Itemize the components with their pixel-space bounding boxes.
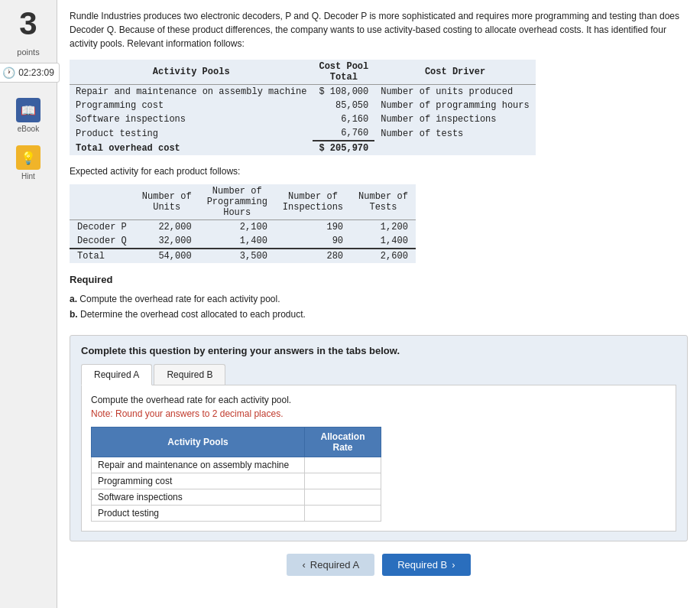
required-items: a. Compute the overhead rate for each ac… xyxy=(70,291,688,323)
col-allocation-rate-header: AllocationRate xyxy=(305,427,381,457)
activity-driver: Number of units produced xyxy=(374,85,535,99)
activity-label: Software inspections xyxy=(70,112,313,126)
table-row: Decoder P 22,000 2,100 190 1,200 xyxy=(70,220,416,235)
table-row: Programming cost xyxy=(92,473,381,489)
question-text: Rundle Industries produces two electroni… xyxy=(70,9,688,50)
required-a-letter: a. xyxy=(70,294,77,304)
input-row-label: Programming cost xyxy=(92,473,305,489)
complete-box: Complete this question by entering your … xyxy=(70,335,688,541)
timer-icon: 🕐 xyxy=(2,67,15,79)
repair-rate-input[interactable] xyxy=(313,460,374,470)
table-row: Software inspections xyxy=(92,489,381,505)
timer: 🕐 02:23:09 xyxy=(0,63,60,83)
col-total-header: Cost PoolTotal xyxy=(313,60,374,85)
complete-box-title: Complete this question by entering your … xyxy=(81,345,676,356)
tab-required-a[interactable]: Required A xyxy=(81,364,152,385)
col-activity-pools-header: Activity Pools xyxy=(92,427,305,457)
required-b-letter: b. xyxy=(70,309,78,320)
next-arrow-icon: › xyxy=(452,559,455,571)
software-rate-input[interactable] xyxy=(313,492,374,502)
programming-rate-input[interactable] xyxy=(313,476,374,486)
next-label: Required B xyxy=(397,559,447,571)
tab-required-b[interactable]: Required B xyxy=(154,364,225,385)
tab-instruction: Compute the overhead rate for each activ… xyxy=(91,395,666,405)
col-blank-header xyxy=(70,184,134,220)
required-item-b: b. Determine the overhead cost allocated… xyxy=(70,307,688,322)
cost-pool-table: Activity Pools Cost PoolTotal Cost Drive… xyxy=(70,60,536,155)
total-inspections: 280 xyxy=(275,249,351,263)
ebook-button[interactable]: 📖 eBook xyxy=(16,98,41,133)
activity-label: Repair and maintenance on assembly machi… xyxy=(70,85,313,99)
question-number: 3 xyxy=(19,8,37,40)
activity-total: 6,160 xyxy=(313,112,374,126)
required-heading: Required xyxy=(70,274,688,285)
prev-button[interactable]: ‹ Required A xyxy=(287,554,374,576)
decoder-p-inspections: 190 xyxy=(275,220,351,235)
total-label: Total overhead cost xyxy=(70,141,313,155)
col-tests-header: Number ofTests xyxy=(351,184,416,220)
decoder-p-tests: 1,200 xyxy=(351,220,416,235)
product-label: Decoder P xyxy=(70,220,134,235)
expected-activity-table: Number ofUnits Number ofProgrammingHours… xyxy=(70,184,416,263)
ebook-label: eBook xyxy=(18,125,39,133)
input-row-label: Product testing xyxy=(92,505,305,521)
prev-label: Required A xyxy=(310,559,359,571)
table-row: Repair and maintenance on assembly machi… xyxy=(70,85,536,99)
main-content: Rundle Industries produces two electroni… xyxy=(57,0,700,608)
table-row: Decoder Q 32,000 1,400 90 1,400 xyxy=(70,234,416,249)
input-cell[interactable] xyxy=(305,457,381,473)
next-button[interactable]: Required B › xyxy=(382,554,470,576)
activity-driver: Number of programming hours xyxy=(374,99,535,112)
product-rate-input[interactable] xyxy=(313,508,374,519)
table-row: Product testing xyxy=(92,505,381,521)
tab-content-required-a: Compute the overhead rate for each activ… xyxy=(81,385,676,532)
total-value: $ 205,970 xyxy=(313,141,374,155)
input-row-label: Software inspections xyxy=(92,489,305,505)
total-units: 54,000 xyxy=(134,249,199,263)
input-cell[interactable] xyxy=(305,505,381,521)
input-row-label: Repair and maintenance on assembly machi… xyxy=(92,457,305,473)
decoder-q-tests: 1,400 xyxy=(351,234,416,249)
allocation-rate-table: Activity Pools AllocationRate Repair and… xyxy=(91,427,381,522)
col-inspections-header: Number ofInspections xyxy=(275,184,351,220)
col-driver-header: Cost Driver xyxy=(374,60,535,85)
total-driver xyxy=(374,141,535,155)
decoder-p-units: 22,000 xyxy=(134,220,199,235)
sidebar: 3 points 🕐 02:23:09 📖 eBook 💡 Hint xyxy=(0,0,57,608)
input-cell[interactable] xyxy=(305,473,381,489)
points-label: points xyxy=(17,47,39,57)
input-cell[interactable] xyxy=(305,489,381,505)
table-row: Software inspections 6,160 Number of ins… xyxy=(70,112,536,126)
activity-total: 85,050 xyxy=(313,99,374,112)
decoder-q-programming: 1,400 xyxy=(199,234,275,249)
total-programming: 3,500 xyxy=(199,249,275,263)
table-row: Product testing 6,760 Number of tests xyxy=(70,126,536,141)
decoder-q-inspections: 90 xyxy=(275,234,351,249)
decoder-q-units: 32,000 xyxy=(134,234,199,249)
col-programming-header: Number ofProgrammingHours xyxy=(199,184,275,220)
tabs-container: Required A Required B xyxy=(81,364,676,385)
total-row: Total overhead cost $ 205,970 xyxy=(70,141,536,155)
total-tests: 2,600 xyxy=(351,249,416,263)
hint-icon: 💡 xyxy=(16,145,41,170)
activity-driver: Number of tests xyxy=(374,126,535,141)
hint-button[interactable]: 💡 Hint xyxy=(16,145,41,180)
activity-total: 6,760 xyxy=(313,126,374,141)
expected-intro: Expected activity for each product follo… xyxy=(70,166,688,177)
activity-driver: Number of inspections xyxy=(374,112,535,126)
total-row: Total 54,000 3,500 280 2,600 xyxy=(70,249,416,263)
table-row: Programming cost 85,050 Number of progra… xyxy=(70,99,536,112)
activity-label: Product testing xyxy=(70,126,313,141)
total-label: Total xyxy=(70,249,134,263)
decoder-p-programming: 2,100 xyxy=(199,220,275,235)
hint-label: Hint xyxy=(21,172,35,180)
timer-value: 02:23:09 xyxy=(18,67,54,78)
activity-total: $ 108,000 xyxy=(313,85,374,99)
col-activity-header: Activity Pools xyxy=(70,60,313,85)
required-item-a: a. Compute the overhead rate for each ac… xyxy=(70,291,688,307)
prev-arrow-icon: ‹ xyxy=(302,559,305,571)
activity-label: Programming cost xyxy=(70,99,313,112)
col-units-header: Number ofUnits xyxy=(134,184,199,220)
table-row: Repair and maintenance on assembly machi… xyxy=(92,457,381,473)
product-label: Decoder Q xyxy=(70,234,134,249)
